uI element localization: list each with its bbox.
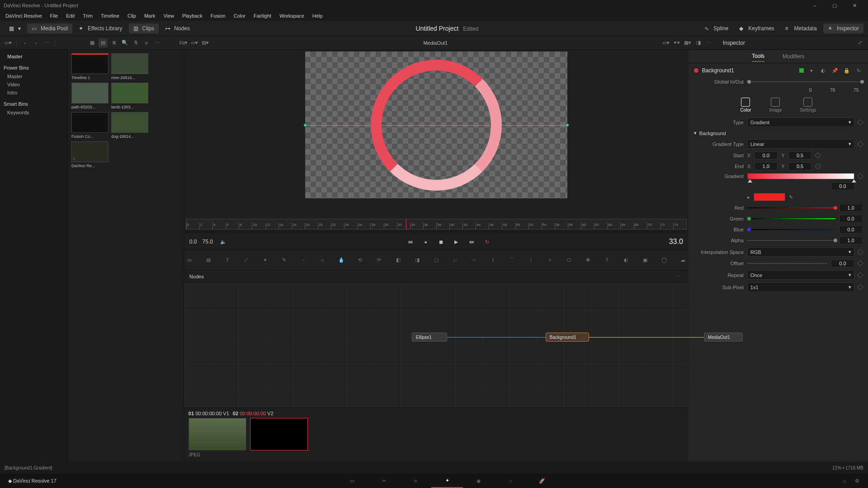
menu-edit[interactable]: Edit xyxy=(66,13,75,19)
fusion-tool-6[interactable]: ⟋ xyxy=(298,254,309,265)
close-button[interactable]: ✕ xyxy=(844,0,864,11)
keyframe-diamond[interactable] xyxy=(857,272,863,278)
tab-tools[interactable]: Tools xyxy=(752,51,764,62)
fusion-tool-16[interactable]: ⌇ xyxy=(488,254,499,265)
red-input[interactable]: 1.0 xyxy=(839,204,863,212)
fusion-tool-9[interactable]: ⟲ xyxy=(355,254,366,265)
fusion-tool-26[interactable]: ☁ xyxy=(678,254,689,265)
viewer-opt-1[interactable]: ▭▾ xyxy=(661,38,670,47)
viewer-mode-1[interactable]: ▭▾ xyxy=(190,38,199,47)
media-clip[interactable]: ♪DaVinci Re... xyxy=(71,141,108,168)
viewer-opt-5[interactable]: ⋯ xyxy=(705,38,714,47)
gradient-type-dropdown[interactable]: Linear▾ xyxy=(747,139,854,149)
alpha-slider[interactable] xyxy=(747,240,835,241)
page-edit[interactable]: ≡ xyxy=(400,474,431,488)
options-icon[interactable]: ⋯ xyxy=(42,38,51,47)
clipstrip-thumb[interactable] xyxy=(189,418,246,450)
expand-color-icon[interactable]: ▸ xyxy=(747,194,750,200)
node-ellipse1[interactable]: Ellipse1 xyxy=(412,333,447,342)
fusion-tool-13[interactable]: ▢ xyxy=(431,254,442,265)
spline-toggle[interactable]: ∿Spline xyxy=(700,23,733,33)
nav-back-icon[interactable]: ‹ xyxy=(20,38,29,47)
media-clip[interactable]: Timeline 1 xyxy=(71,53,108,80)
global-inout-slider[interactable] xyxy=(747,81,863,82)
menu-trim[interactable]: Trim xyxy=(83,13,93,19)
node-background1[interactable]: Background1 xyxy=(546,333,589,342)
sort-icon[interactable]: ≡ xyxy=(142,38,151,47)
maximize-button[interactable]: ▢ xyxy=(825,0,844,11)
menu-workspace[interactable]: Workspace xyxy=(279,13,304,19)
minimize-button[interactable]: – xyxy=(805,0,825,11)
media-clip[interactable]: path-83203... xyxy=(71,83,108,109)
viewer-opt-3[interactable]: ▦▾ xyxy=(683,38,692,47)
viewer-mode-2[interactable]: ▤▾ xyxy=(201,38,210,47)
green-slider[interactable] xyxy=(747,218,835,219)
keyframe-diamond[interactable] xyxy=(857,260,863,267)
keyframe-diamond[interactable] xyxy=(857,119,863,125)
media-clip[interactable]: lamb-1353... xyxy=(111,83,148,109)
menu-clip[interactable]: Clip xyxy=(127,13,136,19)
inspector-tab-settings[interactable]: Settings xyxy=(800,98,816,113)
fusion-tool-25[interactable]: ◯ xyxy=(659,254,670,265)
metadata-toggle[interactable]: ≡Metadata xyxy=(781,23,821,33)
fusion-tool-14[interactable]: □ xyxy=(450,254,461,265)
tab-modifiers[interactable]: Modifiers xyxy=(783,52,805,61)
stop-position-input[interactable]: 0.0 xyxy=(831,182,854,190)
page-fairlight[interactable]: ♪ xyxy=(495,474,526,488)
menu-fairlight[interactable]: Fairlight xyxy=(254,13,271,19)
menu-timeline[interactable]: Timeline xyxy=(101,13,119,19)
viewer-canvas[interactable] xyxy=(305,52,567,198)
loop-icon[interactable]: ↻ xyxy=(482,237,492,247)
start-y-input[interactable]: 0.5 xyxy=(788,151,812,160)
project-settings-icon[interactable]: ⚙ xyxy=(851,478,863,484)
mute-icon[interactable]: 🔈 xyxy=(218,237,228,247)
page-fusion[interactable]: ✦ xyxy=(431,474,463,488)
nodes-options-icon[interactable]: ⋯ xyxy=(674,272,683,281)
view-thumb-icon[interactable]: ▦ xyxy=(88,38,97,47)
menu-mark[interactable]: Mark xyxy=(144,13,155,19)
dropdown-workspace[interactable]: ▦▾ xyxy=(5,23,25,33)
red-slider[interactable] xyxy=(747,207,835,208)
cache-icon[interactable]: ◐ xyxy=(819,66,827,75)
page-deliver[interactable]: 🚀 xyxy=(526,474,558,488)
menu-file[interactable]: File xyxy=(50,13,58,19)
keyframe-diamond[interactable] xyxy=(857,249,863,255)
fit-dropdown[interactable]: Fit▾ xyxy=(179,38,188,47)
keyframe-diamond[interactable] xyxy=(814,163,821,169)
clipstrip-thumb[interactable] xyxy=(250,418,308,450)
offset-input[interactable]: 0.0 xyxy=(831,259,854,267)
menu-playback[interactable]: Playback xyxy=(182,13,203,19)
fusion-tool-2[interactable]: T xyxy=(222,254,233,265)
menu-davinci-resolve[interactable]: DaVinci Resolve xyxy=(5,13,42,19)
fusion-tool-17[interactable]: ⌒ xyxy=(507,254,518,265)
ruler-scrollbar[interactable] xyxy=(186,230,687,233)
step-back-icon[interactable]: ◂ xyxy=(420,237,430,247)
gradient-start-handle[interactable] xyxy=(304,124,307,127)
gradient-stop-0[interactable] xyxy=(748,179,752,183)
inspector-tab-color[interactable]: Color xyxy=(741,98,751,113)
view-grid-icon[interactable]: ▤ xyxy=(99,38,108,47)
node-mediaout1[interactable]: MediaOut1 xyxy=(704,333,743,342)
view-list-icon[interactable]: ≣ xyxy=(109,38,118,47)
clips-toggle[interactable]: ▥Clips xyxy=(129,23,159,33)
page-cut[interactable]: ✂ xyxy=(368,474,400,488)
home-icon[interactable]: ⌂ xyxy=(838,478,851,483)
offset-slider[interactable] xyxy=(747,263,827,264)
go-first-icon[interactable]: ⏮ xyxy=(405,237,415,247)
stop-icon[interactable]: ◼ xyxy=(436,237,446,247)
blue-slider[interactable] xyxy=(747,229,835,230)
powerbin-item[interactable]: Intro xyxy=(4,89,64,97)
pin-icon[interactable]: 📌 xyxy=(831,66,839,75)
go-last-icon[interactable]: ⏭ xyxy=(467,237,476,247)
viewer-opt-4[interactable]: ◨ xyxy=(694,38,703,47)
keyframe-diamond[interactable] xyxy=(857,141,863,147)
fusion-tool-15[interactable]: ○ xyxy=(469,254,480,265)
gradient-stop-1[interactable] xyxy=(852,179,856,183)
fusion-tool-3[interactable]: ／ xyxy=(241,254,252,265)
fusion-tool-5[interactable]: ✎ xyxy=(279,254,290,265)
time-ruler[interactable]: 0246810121416182022242628303234363840424… xyxy=(186,219,687,230)
fusion-tool-7[interactable]: ☼ xyxy=(317,254,328,265)
version-dropdown[interactable]: ▾ xyxy=(807,66,816,75)
nav-fwd-icon[interactable]: › xyxy=(31,38,40,47)
eyedropper-icon[interactable]: ✎ xyxy=(789,194,793,200)
